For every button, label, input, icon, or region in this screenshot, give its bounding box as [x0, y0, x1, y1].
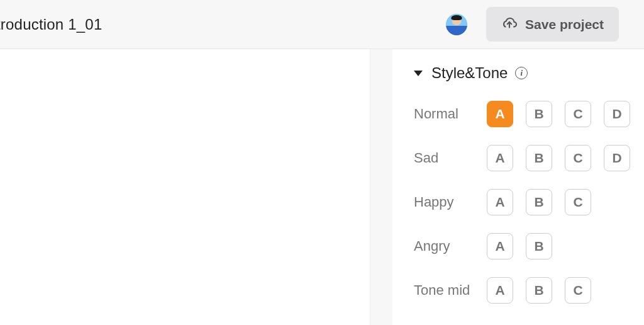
tone-option-button[interactable]: A [487, 277, 513, 304]
tone-option-button[interactable]: B [526, 233, 552, 259]
tone-option-button[interactable]: C [565, 101, 591, 127]
tone-grid: NormalABCDSadABCDHappyABCAngryABTone mid… [414, 101, 644, 304]
tone-option-button[interactable]: C [565, 145, 591, 171]
tone-option-button[interactable]: D [604, 145, 630, 171]
project-title: troduction 1_01 [0, 16, 102, 33]
tone-row-label: Happy [414, 194, 487, 210]
section-header[interactable]: Style&Tone i [414, 64, 644, 82]
tone-option-button[interactable]: A [487, 101, 513, 127]
tone-options: ABCD [487, 101, 630, 127]
tone-row-label: Angry [414, 238, 487, 254]
info-icon[interactable]: i [515, 67, 528, 79]
cloud-upload-icon [501, 14, 518, 34]
tone-option-button[interactable]: B [526, 277, 552, 304]
panel-gap [370, 49, 392, 325]
tone-option-button[interactable]: B [526, 101, 552, 127]
tone-option-button[interactable]: A [487, 189, 513, 215]
avatar[interactable] [446, 14, 467, 35]
tone-option-button[interactable]: B [526, 189, 552, 215]
tone-row: HappyABC [414, 189, 644, 215]
tone-option-button[interactable]: B [526, 145, 552, 171]
tone-row-label: Normal [414, 106, 487, 122]
tone-option-button[interactable]: A [487, 145, 513, 171]
save-project-button[interactable]: Save project [486, 7, 619, 42]
style-tone-panel: Style&Tone i NormalABCDSadABCDHappyABCAn… [392, 49, 644, 325]
tone-options: ABC [487, 277, 591, 304]
main-canvas [0, 49, 370, 325]
tone-row: AngryAB [414, 233, 644, 259]
tone-row-label: Tone mid [414, 282, 487, 299]
tone-option-button[interactable]: C [565, 277, 591, 304]
save-project-label: Save project [525, 17, 604, 32]
tone-row: Tone midABC [414, 277, 644, 304]
tone-options: ABC [487, 189, 591, 215]
section-title: Style&Tone i [431, 64, 528, 82]
tone-options: AB [487, 233, 552, 259]
content-area: Style&Tone i NormalABCDSadABCDHappyABCAn… [0, 49, 644, 325]
chevron-down-icon [414, 71, 423, 76]
tone-row-label: Sad [414, 150, 487, 166]
app-header: troduction 1_01 Save project [0, 0, 644, 49]
tone-options: ABCD [487, 145, 630, 171]
tone-option-button[interactable]: D [604, 101, 630, 127]
tone-row: SadABCD [414, 145, 644, 171]
tone-row: NormalABCD [414, 101, 644, 127]
tone-option-button[interactable]: A [487, 233, 513, 259]
tone-option-button[interactable]: C [565, 189, 591, 215]
